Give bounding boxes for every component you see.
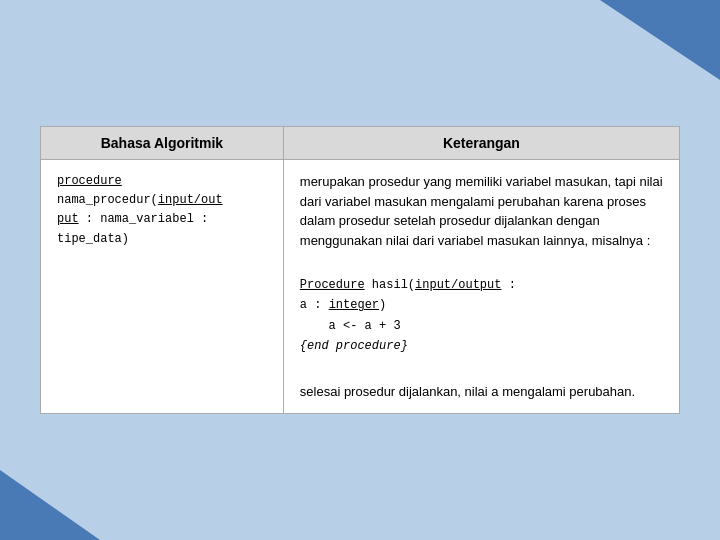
cell-keterangan: merupakan prosedur yang memiliki variabe…	[283, 159, 679, 413]
procedure-keyword: procedure	[57, 174, 122, 188]
input-output-keyword: input/output	[415, 278, 501, 292]
cell-bahasa: procedure nama_procedur(input/out put : …	[41, 159, 284, 413]
input-out-keyword: input/out	[158, 193, 223, 207]
content-area: Bahasa Algoritmik Keterangan procedure n…	[40, 126, 680, 414]
table-row: procedure nama_procedur(input/out put : …	[41, 159, 680, 413]
bg-decoration-top-right	[600, 0, 720, 80]
bg-decoration-bottom-left	[0, 470, 100, 540]
end-procedure: {end procedure}	[300, 339, 408, 353]
description-para2: selesai prosedur dijalankan, nilai a men…	[300, 382, 663, 402]
code-example: Procedure hasil(input/output : a : integ…	[300, 275, 663, 357]
integer-keyword: integer	[329, 298, 379, 312]
header-bahasa: Bahasa Algoritmik	[41, 126, 284, 159]
put-keyword: put	[57, 212, 79, 226]
header-keterangan: Keterangan	[283, 126, 679, 159]
description-para1: merupakan prosedur yang memiliki variabe…	[300, 172, 663, 250]
procedure-keyword-2: Procedure	[300, 278, 365, 292]
main-table: Bahasa Algoritmik Keterangan procedure n…	[40, 126, 680, 414]
